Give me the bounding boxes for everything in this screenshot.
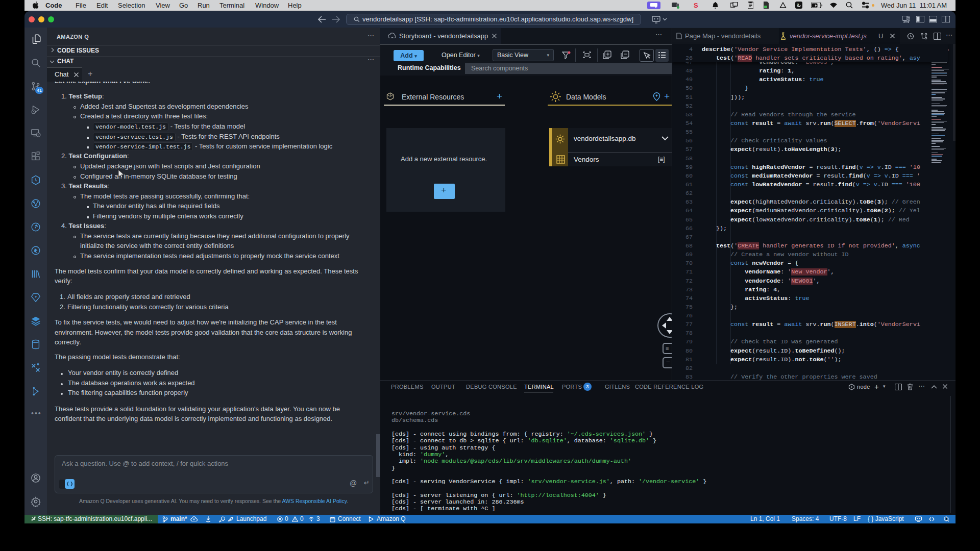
svg-text:a: a [797,3,799,6]
